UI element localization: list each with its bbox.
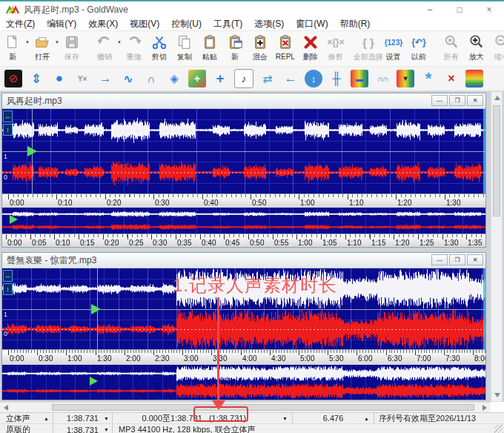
arrow-left-icon[interactable]: ← bbox=[282, 70, 299, 87]
toolbar-button-delete-x[interactable]: 删除 bbox=[298, 33, 323, 62]
channel-up-arrow-icon[interactable]: ▲ bbox=[44, 416, 49, 421]
expression-icon[interactable]: Y× bbox=[73, 70, 91, 87]
toolbar-button-select-all-braces[interactable]: { }全部选择 bbox=[356, 33, 381, 62]
overview-marker-icon[interactable] bbox=[10, 215, 18, 224]
doc-restore-button[interactable]: ❐ bbox=[449, 95, 465, 106]
menu-item-1[interactable]: 编辑(Y) bbox=[41, 18, 82, 30]
menu-item-5[interactable]: 工具(T) bbox=[208, 18, 248, 30]
toolbar-button-replace-clipboard[interactable]: REPL bbox=[273, 33, 298, 62]
expand-icon[interactable]: + bbox=[211, 70, 229, 87]
toolbar-button-open-folder[interactable]: 打开 bbox=[30, 33, 55, 62]
time-ruler[interactable]: 0:000:100:200:300:400:501:001:101:201:30 bbox=[2, 194, 485, 208]
pan-horizontal-button[interactable]: ↔ bbox=[3, 110, 13, 122]
left-channel-waveform[interactable] bbox=[2, 109, 485, 151]
doc-minimize-button[interactable]: — bbox=[431, 95, 448, 106]
right-channel-waveform[interactable] bbox=[2, 309, 485, 349]
scroll-down-icon[interactable] bbox=[494, 393, 500, 397]
doc-close-button[interactable]: ✕ bbox=[467, 254, 483, 265]
minimize-button[interactable]: – bbox=[415, 1, 445, 18]
right-channel-waveform[interactable] bbox=[2, 151, 485, 194]
menu-item-0[interactable]: 文件(Z) bbox=[0, 18, 41, 30]
spectrum-bar-icon[interactable]: ▬ bbox=[351, 70, 368, 87]
mdi-vertical-scrollbar[interactable] bbox=[491, 91, 503, 402]
exchange-channels-icon[interactable]: ⇄ bbox=[259, 70, 276, 87]
scroll-left-icon[interactable] bbox=[4, 405, 8, 411]
overview-waveform[interactable] bbox=[2, 208, 485, 234]
selection-dropdown-icon[interactable]: ▼ bbox=[282, 416, 288, 421]
overview-strip[interactable] bbox=[2, 365, 485, 400]
monitor-off-icon[interactable]: ⊘ bbox=[4, 70, 22, 87]
reverse-icon[interactable]: ∩ bbox=[142, 70, 160, 87]
menu-item-2[interactable]: 效果(X) bbox=[82, 18, 124, 30]
status-length-panel[interactable]: 1:38.731 ▼ bbox=[53, 424, 113, 433]
palette-icon[interactable]: + bbox=[188, 70, 206, 87]
vertical-scroll-thumb[interactable] bbox=[493, 105, 500, 216]
spark-icon[interactable]: * bbox=[420, 70, 437, 87]
status-position-panel[interactable]: 1:38.731 ▼ bbox=[53, 413, 113, 423]
status-channel-panel[interactable]: 立体声 ▲ bbox=[0, 413, 53, 423]
toolbar-button-trim[interactable]: ×{}×修剪 bbox=[323, 33, 348, 62]
close-button[interactable]: × bbox=[474, 1, 504, 18]
pan-circle-icon[interactable]: ↕ bbox=[305, 70, 322, 87]
toolbar-button-copy[interactable]: 复制 bbox=[172, 33, 197, 62]
overview-waveform[interactable] bbox=[2, 365, 485, 400]
toolbar-button-new-file[interactable]: 新 bbox=[0, 33, 25, 62]
sphere-icon[interactable]: ● bbox=[50, 70, 68, 87]
menu-item-8[interactable]: 帮助(R) bbox=[334, 18, 377, 30]
menu-item-7[interactable]: 窗口(W) bbox=[290, 18, 334, 30]
toolbar-button-scissors[interactable]: 剪切 bbox=[147, 33, 172, 62]
score-icon[interactable]: ♪ bbox=[234, 69, 253, 88]
mechanize-icon[interactable]: ◈ bbox=[165, 70, 183, 87]
doc-window-0[interactable]: 风再起时.mp3—❐✕↔↕100:000:100:200:300:400:501… bbox=[1, 93, 486, 248]
doc-close-button[interactable]: ✕ bbox=[467, 95, 483, 106]
doors-icon[interactable]: ∩∩ bbox=[374, 70, 391, 87]
marker-remove-icon[interactable]: × bbox=[442, 70, 460, 87]
copy-icon bbox=[174, 33, 195, 52]
oscillator-icon[interactable]: ∿ bbox=[119, 70, 137, 87]
equalizer-icon[interactable]: ╫ bbox=[328, 70, 345, 87]
status-zoom-panel[interactable]: 6.476 ▲ bbox=[293, 413, 374, 423]
fit-vertical-icon[interactable]: ⇕ bbox=[27, 70, 45, 87]
pan-horizontal-button[interactable]: ↔ bbox=[3, 270, 13, 282]
toolbar-button-set-selection[interactable]: {123}设置 bbox=[381, 33, 406, 62]
toolbar-button-zoom-in[interactable]: 放大 bbox=[464, 33, 489, 62]
shift-right-icon[interactable]: → bbox=[96, 70, 114, 87]
overview-marker-icon[interactable] bbox=[90, 377, 98, 386]
menu-item-4[interactable]: 控制(U) bbox=[165, 18, 208, 30]
previous-selection-icon: {↶} bbox=[408, 33, 429, 52]
resize-grip[interactable] bbox=[494, 425, 503, 433]
waveform-area[interactable]: ↔↕10 bbox=[2, 109, 485, 194]
toolbar-button-undo[interactable]: 撤销 bbox=[92, 33, 117, 62]
pan-vertical-button[interactable]: ↕ bbox=[3, 283, 13, 295]
maximize-button[interactable]: □ bbox=[445, 1, 474, 18]
toolbar-button-paste-new[interactable]: 新 bbox=[222, 33, 248, 62]
toolbar-button-zoom-out[interactable]: 缩小 bbox=[489, 33, 504, 62]
toolbar-button-mix-clipboard[interactable]: 混合 bbox=[248, 33, 273, 62]
toolbar-button-paste-clipboard[interactable]: 粘贴 bbox=[197, 33, 222, 62]
menu-item-3[interactable]: 视图(V) bbox=[124, 18, 165, 30]
doc-titlebar[interactable]: 聲無哀樂 - 惊雷咒.mp3—❐✕ bbox=[2, 253, 485, 268]
ruler-label: 1:00 bbox=[300, 199, 314, 207]
menu-item-6[interactable]: 选项(S) bbox=[248, 18, 290, 30]
doc-restore-button[interactable]: ❐ bbox=[449, 254, 465, 265]
doc-titlebar[interactable]: 风再起时.mp3—❐✕ bbox=[2, 93, 485, 109]
toolbar-button-save-floppy[interactable]: 保存 bbox=[59, 33, 84, 62]
horizontal-scroll-thumb[interactable] bbox=[52, 404, 474, 411]
position-dropdown-icon[interactable]: ▼ bbox=[104, 416, 109, 421]
playback-marker-icon[interactable] bbox=[27, 146, 37, 156]
spectrogram-icon[interactable] bbox=[465, 70, 483, 87]
pan-vertical-button[interactable]: ↕ bbox=[3, 124, 13, 136]
playback-marker-icon[interactable] bbox=[91, 304, 101, 314]
overview-time-ruler[interactable]: 0:000:050:100:150:200:250:300:350:400:45… bbox=[2, 234, 485, 248]
toolbar-button-redo[interactable]: 重做 bbox=[122, 33, 147, 62]
toolbar-button-zoom-all[interactable]: 所有 bbox=[439, 33, 464, 62]
scroll-right-icon[interactable] bbox=[483, 405, 487, 411]
zoom-up-arrow-icon[interactable]: ▲ bbox=[364, 416, 369, 421]
doc-minimize-button[interactable]: — bbox=[431, 254, 448, 265]
scroll-up-icon[interactable] bbox=[494, 96, 500, 100]
overview-strip[interactable] bbox=[2, 208, 485, 234]
length-dropdown-icon[interactable]: ▼ bbox=[104, 427, 109, 432]
spectrum-filter-icon[interactable]: ▼ bbox=[397, 70, 414, 87]
toolbar-button-previous-selection[interactable]: {↶}以前 bbox=[406, 33, 431, 62]
time-ruler[interactable]: 0:000:301:001:302:002:303:003:304:004:30… bbox=[2, 349, 485, 365]
